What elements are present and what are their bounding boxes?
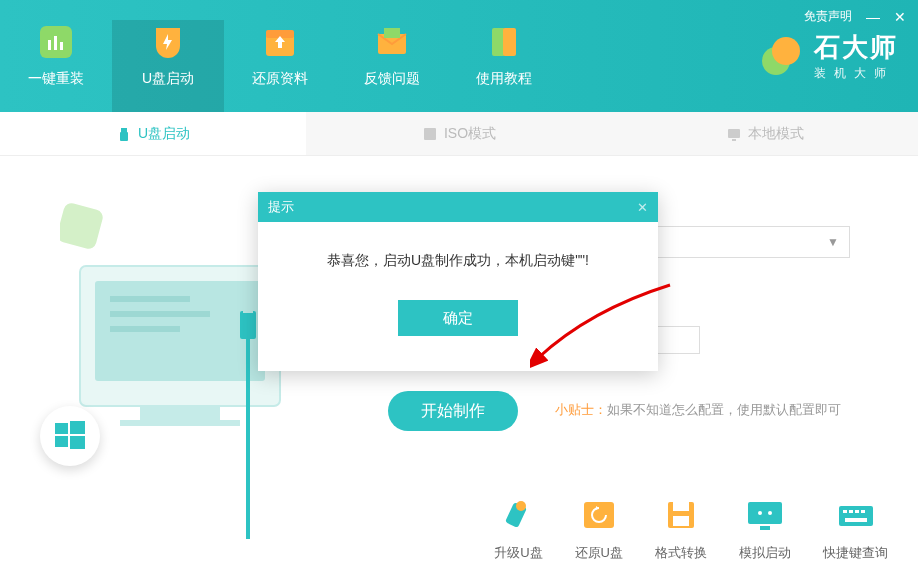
tip-text: 小贴士：如果不知道怎么配置，使用默认配置即可 bbox=[555, 401, 841, 419]
bottom-toolbar: 升级U盘 还原U盘 格式转换 模拟启动 快捷键查询 bbox=[494, 498, 888, 562]
minimize-icon[interactable]: — bbox=[866, 9, 880, 25]
tool-label: 快捷键查询 bbox=[823, 544, 888, 562]
header: 免责声明 — ✕ 一键重装 U盘启动 还原资料 反馈问题 使用教程 石大师 装机… bbox=[0, 0, 918, 112]
svg-rect-12 bbox=[121, 128, 127, 132]
svg-rect-34 bbox=[584, 502, 614, 528]
nav-reinstall[interactable]: 一键重装 bbox=[0, 20, 112, 112]
brand-subtitle: 装机大师 bbox=[814, 65, 898, 82]
svg-rect-13 bbox=[120, 132, 128, 141]
subtab-usb[interactable]: U盘启动 bbox=[0, 112, 306, 155]
restore-icon bbox=[578, 498, 620, 532]
svg-rect-14 bbox=[424, 128, 436, 140]
svg-rect-30 bbox=[55, 436, 68, 447]
svg-rect-21 bbox=[110, 326, 180, 332]
nav-feedback[interactable]: 反馈问题 bbox=[336, 20, 448, 112]
tool-hotkey[interactable]: 快捷键查询 bbox=[823, 498, 888, 562]
svg-rect-9 bbox=[503, 28, 516, 56]
svg-rect-3 bbox=[60, 42, 63, 50]
svg-rect-26 bbox=[243, 311, 253, 313]
svg-rect-44 bbox=[849, 510, 853, 513]
svg-rect-36 bbox=[673, 502, 689, 511]
subtab-iso[interactable]: ISO模式 bbox=[306, 112, 612, 155]
svg-rect-45 bbox=[855, 510, 859, 513]
sub-tabs: U盘启动 ISO模式 本地模式 bbox=[0, 112, 918, 156]
brand-logo-icon bbox=[758, 33, 804, 79]
nav-usb-boot[interactable]: U盘启动 bbox=[112, 20, 224, 112]
nav-label: U盘启动 bbox=[112, 70, 224, 88]
svg-rect-38 bbox=[748, 502, 782, 524]
confirm-button[interactable]: 确定 bbox=[398, 300, 518, 336]
dialog-header: 提示 ✕ bbox=[258, 192, 658, 222]
svg-rect-42 bbox=[839, 506, 873, 526]
dialog-title: 提示 bbox=[268, 198, 294, 216]
monitor-play-icon bbox=[744, 498, 786, 532]
window-controls: 免责声明 — ✕ bbox=[804, 8, 906, 25]
keyboard-icon bbox=[835, 498, 877, 532]
main-nav: 一键重装 U盘启动 还原资料 反馈问题 使用教程 bbox=[0, 0, 560, 112]
tool-simulate[interactable]: 模拟启动 bbox=[739, 498, 791, 562]
svg-rect-25 bbox=[240, 311, 256, 339]
svg-rect-20 bbox=[110, 311, 210, 317]
svg-rect-43 bbox=[843, 510, 847, 513]
nav-label: 使用教程 bbox=[448, 70, 560, 88]
dialog-message: 恭喜您，启动U盘制作成功，本机启动键""! bbox=[278, 252, 638, 270]
nav-label: 一键重装 bbox=[0, 70, 112, 88]
svg-rect-19 bbox=[110, 296, 190, 302]
svg-rect-23 bbox=[120, 420, 240, 426]
subtab-local[interactable]: 本地模式 bbox=[612, 112, 918, 155]
windows-icon bbox=[53, 419, 87, 453]
config-dropdown[interactable]: ▼ bbox=[630, 226, 850, 258]
book-icon bbox=[482, 20, 526, 64]
chevron-down-icon: ▼ bbox=[827, 235, 839, 249]
tool-format[interactable]: 格式转换 bbox=[655, 498, 707, 562]
usb-cable-illustration bbox=[238, 311, 258, 580]
disclaimer-link[interactable]: 免责声明 bbox=[804, 8, 852, 25]
shield-icon bbox=[146, 20, 190, 64]
start-button[interactable]: 开始制作 bbox=[388, 391, 518, 431]
svg-rect-29 bbox=[70, 421, 85, 434]
svg-point-41 bbox=[768, 511, 772, 515]
svg-rect-15 bbox=[728, 129, 740, 138]
svg-rect-31 bbox=[70, 436, 85, 449]
usb-icon bbox=[116, 126, 132, 142]
bar-chart-icon bbox=[34, 20, 78, 64]
svg-rect-24 bbox=[60, 202, 104, 251]
subtab-label: U盘启动 bbox=[138, 125, 190, 143]
svg-rect-2 bbox=[54, 36, 57, 50]
svg-rect-22 bbox=[140, 406, 220, 420]
upload-box-icon bbox=[258, 20, 302, 64]
svg-rect-27 bbox=[246, 339, 250, 539]
nav-label: 还原资料 bbox=[224, 70, 336, 88]
mail-icon bbox=[370, 20, 414, 64]
save-icon bbox=[660, 498, 702, 532]
tool-restore-usb[interactable]: 还原U盘 bbox=[575, 498, 623, 562]
svg-rect-28 bbox=[55, 423, 68, 434]
svg-rect-47 bbox=[845, 518, 867, 522]
tip-label: 小贴士： bbox=[555, 402, 607, 417]
tool-label: 模拟启动 bbox=[739, 544, 791, 562]
nav-label: 反馈问题 bbox=[336, 70, 448, 88]
dialog-close-icon[interactable]: ✕ bbox=[637, 200, 648, 215]
svg-rect-16 bbox=[732, 139, 736, 141]
svg-point-33 bbox=[516, 501, 526, 511]
svg-rect-46 bbox=[861, 510, 865, 513]
close-icon[interactable]: ✕ bbox=[894, 9, 906, 25]
tool-label: 升级U盘 bbox=[494, 544, 542, 562]
monitor-icon bbox=[726, 126, 742, 142]
svg-point-40 bbox=[758, 511, 762, 515]
svg-rect-7 bbox=[384, 28, 400, 38]
svg-point-11 bbox=[772, 37, 800, 65]
nav-tutorial[interactable]: 使用教程 bbox=[448, 20, 560, 112]
brand: 石大师 装机大师 bbox=[758, 30, 898, 82]
tool-label: 还原U盘 bbox=[575, 544, 623, 562]
usb-upgrade-icon bbox=[497, 498, 539, 532]
windows-logo bbox=[40, 406, 100, 466]
nav-restore[interactable]: 还原资料 bbox=[224, 20, 336, 112]
tip-content: 如果不知道怎么配置，使用默认配置即可 bbox=[607, 402, 841, 417]
tool-upgrade-usb[interactable]: 升级U盘 bbox=[494, 498, 542, 562]
svg-rect-39 bbox=[760, 526, 770, 530]
subtab-label: 本地模式 bbox=[748, 125, 804, 143]
tool-label: 格式转换 bbox=[655, 544, 707, 562]
iso-icon bbox=[422, 126, 438, 142]
subtab-label: ISO模式 bbox=[444, 125, 496, 143]
